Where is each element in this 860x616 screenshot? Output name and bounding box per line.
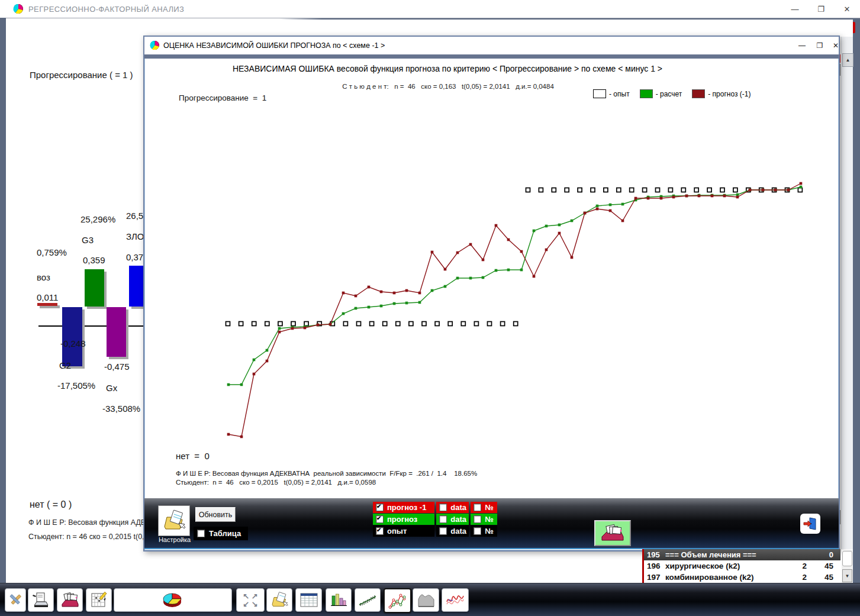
bg-student-line: Стьюдент: n = 46 ско = 0,2015 t(0,0 <box>28 533 149 541</box>
pie-chart-button[interactable] <box>114 588 232 612</box>
series-row-opyt: опыт data № <box>373 525 497 537</box>
data-toggle[interactable]: data <box>436 514 469 525</box>
row-v1: 2 <box>783 562 807 570</box>
application-window: РЕГРЕССИОННО-ФАКТОРНЫЙ АНАЛИЗ — ❐ ✕ F/Fк… <box>0 0 860 616</box>
bg-bar-g2-name: G2 <box>59 360 71 370</box>
dialog-close-icon[interactable]: ✕ <box>828 39 843 52</box>
dialog-titlebar[interactable]: ОЦЕНКА НЕЗАВИСИМОЙ ОШИБКИ ПРОГНОЗА по < … <box>144 37 839 55</box>
row-number: 195 <box>647 550 660 559</box>
series-visibility-rows: прогноз -1 data № прогноз data № опыт da… <box>373 502 497 537</box>
settings-button[interactable] <box>158 505 190 536</box>
dialog-maximize-icon[interactable]: ❐ <box>812 39 827 52</box>
print-report-button[interactable] <box>28 588 54 612</box>
scroll-up-button[interactable]: ▲ <box>842 53 853 67</box>
row-v2: 45 <box>810 562 833 570</box>
area-chart-button[interactable] <box>413 588 439 612</box>
num-toggle[interactable]: № <box>471 502 497 513</box>
data-checkbox[interactable] <box>439 515 447 523</box>
maximize-icon[interactable]: ❐ <box>808 0 834 18</box>
series-toggle[interactable]: прогноз -1 <box>373 502 434 513</box>
series-toggle[interactable]: опыт <box>373 525 434 537</box>
dialog-criterion-label: Прогрессирование = 1 <box>179 93 266 102</box>
row-label: === Объем лечения === <box>665 550 756 559</box>
waves-button[interactable] <box>442 588 469 612</box>
row-v1: 2 <box>783 573 807 582</box>
bg-bar-zlo-name: ЗЛО <box>126 231 144 241</box>
dialog-fisher-line: Ф И Ш Е Р: Весовая функция АДЕКВАТНА реа… <box>176 470 477 477</box>
dialog-net-label: нет = 0 <box>176 451 210 461</box>
print-cards-button[interactable] <box>57 588 83 612</box>
bg-bar-g3-value: 0,359 <box>83 255 105 265</box>
data-toggle[interactable]: data <box>436 525 469 537</box>
bg-bar-g3 <box>85 269 104 307</box>
bg-net-label: нет ( = 0 ) <box>30 499 72 510</box>
num-checkbox[interactable] <box>474 527 481 535</box>
table-row[interactable]: 196 хирургическое (k2) 2 45 <box>644 560 840 572</box>
series-checkbox[interactable] <box>376 504 384 511</box>
vertical-scrollbar[interactable]: ▲ <box>841 37 853 549</box>
table-row-header[interactable]: 195 === Объем лечения === 0 <box>644 549 840 560</box>
table-checkbox[interactable] <box>197 530 205 537</box>
printer-cards-icon <box>60 591 79 609</box>
num-toggle[interactable]: № <box>471 514 497 525</box>
exit-button[interactable] <box>800 514 820 534</box>
printer-icon <box>600 524 626 543</box>
series-toggle[interactable]: прогноз <box>373 514 434 525</box>
num-checkbox[interactable] <box>474 515 481 523</box>
table-scrollbar[interactable]: ▼ <box>842 550 852 583</box>
bg-bar-gx-value: -0,475 <box>104 362 130 372</box>
trend-button[interactable] <box>355 588 381 612</box>
settings-label: Настройка <box>158 536 191 543</box>
exit-door-icon <box>803 516 818 531</box>
bg-criterion-label: Прогрессирование ( = 1 ) <box>30 70 133 80</box>
expand-arrows-icon: ↖ ↗↙ ↘ <box>243 592 257 608</box>
line-chart-icon <box>388 592 407 609</box>
settings-toolbar-button[interactable] <box>266 588 292 612</box>
bg-bar-zlo-percent: 26,5 <box>126 211 143 221</box>
num-checkbox[interactable] <box>474 504 481 511</box>
bg-bar-g3-percent: 25,296% <box>80 214 115 224</box>
table-scroll-thumb[interactable] <box>842 551 852 566</box>
grid-edit-icon <box>90 591 108 609</box>
main-window-buttons: — ❐ ✕ <box>782 0 860 18</box>
legend-label-raschet: - расчет <box>656 90 682 98</box>
table-row[interactable]: 197 комбинированное (k2) 2 45 <box>644 572 840 583</box>
legend-swatch-prognoz <box>692 89 705 98</box>
series-checkbox[interactable] <box>376 515 384 523</box>
num-toggle[interactable]: № <box>471 525 497 537</box>
row-number: 197 <box>647 573 661 582</box>
print-button[interactable] <box>594 520 631 546</box>
spreadsheet-icon <box>299 592 318 608</box>
grid-edit-button[interactable] <box>86 588 112 612</box>
row-number: 196 <box>647 562 661 570</box>
dialog-title: ОЦЕНКА НЕЗАВИСИМОЙ ОШИБКИ ПРОГНОЗА по < … <box>163 41 385 50</box>
bar-chart-button[interactable] <box>326 588 352 612</box>
folder-settings-icon <box>270 591 289 609</box>
refresh-button[interactable]: Обновить <box>195 507 236 522</box>
variables-table: 195 === Объем лечения === 0 196 хирургич… <box>644 549 840 583</box>
data-label: data <box>450 515 466 524</box>
series-label: опыт <box>387 527 407 536</box>
series-checkbox[interactable] <box>376 527 384 535</box>
expand-button[interactable]: ↖ ↗↙ ↘ <box>236 588 265 612</box>
series-row-prognoz: прогноз data № <box>373 514 497 525</box>
bg-bar-axis <box>38 325 151 327</box>
data-checkbox[interactable] <box>439 527 447 535</box>
data-checkbox[interactable] <box>439 504 447 511</box>
table-view-button[interactable] <box>295 588 322 612</box>
minimize-icon[interactable]: — <box>782 0 808 18</box>
dialog-minimize-icon[interactable]: — <box>794 39 810 52</box>
row-v2: 45 <box>810 573 833 582</box>
row-value: 0 <box>810 550 833 559</box>
edit-button[interactable] <box>5 588 26 612</box>
legend-swatch-raschet <box>640 89 653 98</box>
table-toggle[interactable]: Таблица <box>194 527 248 540</box>
line-chart-button[interactable] <box>384 588 411 613</box>
table-scroll-down-button[interactable]: ▼ <box>842 569 852 582</box>
bottom-toolbar: ↖ ↗↙ ↘ <box>0 583 860 616</box>
legend-swatch-opyt <box>593 89 606 98</box>
data-toggle[interactable]: data <box>436 502 469 513</box>
close-icon[interactable]: ✕ <box>834 0 860 18</box>
printer-hand-icon <box>32 591 50 609</box>
table-toggle-label: Таблица <box>209 529 241 538</box>
